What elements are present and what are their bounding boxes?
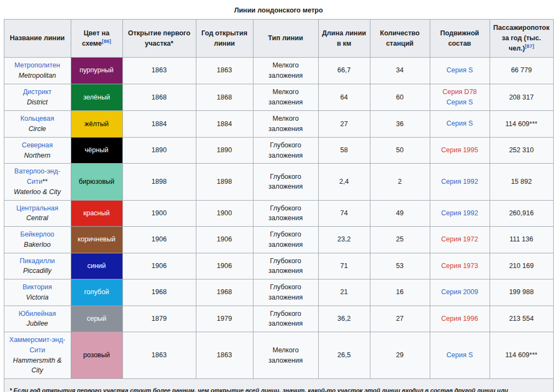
rolling-stock-link[interactable]: Серия S — [447, 120, 473, 127]
line-type-cell: Глубокого заложения — [253, 164, 318, 200]
line-name-english: Circle — [29, 125, 46, 133]
rolling-stock-link[interactable]: Серия 1972 — [441, 235, 478, 243]
line-opening-cell: 1906 — [196, 227, 253, 253]
line-name-link[interactable]: Бейкерлоо — [20, 231, 54, 238]
line-name-english: Hammersmith & City — [13, 357, 62, 375]
line-name-link[interactable]: Ватерлоо-энд-Сити — [14, 167, 60, 185]
line-color-swatch: жёлтый — [71, 111, 122, 138]
col-header-label: Длина линии в км — [322, 29, 366, 47]
line-color-swatch: коричневый — [71, 227, 122, 253]
line-color-swatch: серый — [71, 306, 122, 332]
rolling-stock-link[interactable]: Серия D78 — [442, 88, 476, 96]
header-row: Название линии Цвет на схеме[86] Открыти… — [4, 20, 553, 58]
line-name-cell: Кольцевая Circle — [4, 111, 71, 138]
col-header-label: Год открытия линии — [201, 29, 247, 47]
stations-count-cell: 27 — [370, 306, 430, 332]
reference-87-link[interactable]: [87] — [525, 43, 534, 49]
line-name-link[interactable]: Юбилейная — [18, 310, 56, 318]
line-color-swatch: чёрный — [71, 137, 122, 164]
line-opening-cell: 1906 — [196, 253, 253, 279]
line-type-cell: Мелкого заложения — [253, 84, 318, 111]
first-opening-cell: 1863 — [122, 58, 196, 84]
line-name-link[interactable]: Пикадилли — [20, 257, 55, 265]
line-opening-cell: 1863 — [196, 58, 253, 84]
length-km-cell: 66,7 — [318, 58, 370, 84]
line-color-swatch: бирюзовый — [71, 164, 122, 200]
col-header-line-type: Тип линии — [253, 20, 318, 58]
length-km-cell: 21 — [318, 279, 370, 306]
line-name-english: Central — [26, 214, 48, 222]
line-color-swatch: зелёный — [71, 84, 122, 111]
line-name-footnote-marker: ** — [42, 178, 48, 185]
col-header-first-opening: Открытие первого участка* — [122, 20, 196, 58]
stations-count-cell: 50 — [370, 137, 430, 164]
rolling-stock-link[interactable]: Серия 1973 — [441, 262, 478, 270]
rolling-stock-cell: Серия D78Серия S — [430, 84, 490, 111]
rolling-stock-cell: Серия 1972 — [430, 227, 490, 253]
passengers-cell: 210 169 — [490, 253, 553, 279]
line-name-english: Victoria — [26, 294, 48, 301]
rolling-stock-link[interactable]: Серия 2009 — [441, 288, 478, 296]
line-name-cell: Юбилейная Jubilee — [4, 306, 71, 332]
col-header-passengers: Пассажиропоток за год (тыс. чел.)[87] — [490, 20, 553, 58]
passengers-cell: 260,916 — [490, 200, 553, 227]
line-type-cell: Мелкого заложения — [253, 58, 318, 84]
first-opening-cell: 1879 — [122, 306, 196, 332]
line-name-link[interactable]: Хаммерсмит-энд-Сити — [9, 336, 65, 354]
rolling-stock-link[interactable]: Серия S — [447, 98, 473, 106]
rolling-stock-cell: Серия 1996 — [430, 306, 490, 332]
stations-count-cell: 53 — [370, 253, 430, 279]
line-name-link[interactable]: Виктория — [22, 283, 52, 291]
rolling-stock-cell: Серия 1992 — [430, 200, 490, 227]
rolling-stock-link[interactable]: Серия S — [447, 66, 473, 74]
table-row: Виктория Victoria голубой 1968 1968 Глуб… — [4, 279, 553, 306]
table-row: Метрополитен Metropolitan пурпурный 1863… — [4, 58, 553, 84]
passengers-cell: 213 554 — [490, 306, 553, 332]
passengers-cell: 114 609*** — [490, 111, 553, 138]
length-km-cell: 58 — [318, 137, 370, 164]
rolling-stock-link[interactable]: Серия S — [447, 351, 473, 359]
rolling-stock-link[interactable]: Серия 1992 — [441, 209, 478, 217]
line-opening-cell: 1900 — [196, 200, 253, 227]
col-header-line-name: Название линии — [4, 20, 71, 58]
line-name-link[interactable]: Дистрикт — [23, 88, 52, 96]
line-name-cell: Метрополитен Metropolitan — [4, 58, 71, 84]
passengers-cell: 199 988 — [490, 279, 553, 306]
line-opening-cell: 1968 — [196, 279, 253, 306]
line-color-swatch: голубой — [71, 279, 122, 306]
line-name-cell: Ватерлоо-энд-Сити** Waterloo & City — [4, 164, 71, 200]
table-row: Ватерлоо-энд-Сити** Waterloo & City бирю… — [4, 164, 553, 200]
stations-count-cell: 36 — [370, 111, 430, 138]
col-header-label: Количество станций — [380, 29, 420, 47]
line-name-cell: Бейкерлоо Bakerloo — [4, 227, 71, 253]
line-name-cell: Дистрикт District — [4, 84, 71, 111]
rolling-stock-link[interactable]: Серия 1992 — [441, 178, 478, 185]
reference-86-link[interactable]: [86] — [102, 38, 111, 43]
stations-count-cell: 49 — [370, 200, 430, 227]
first-opening-cell: 1900 — [122, 200, 196, 227]
stations-count-cell: 60 — [370, 84, 430, 111]
col-header-label: Тип линии — [268, 34, 303, 42]
passengers-cell: 66 779 — [490, 58, 553, 84]
stations-count-cell: 34 — [370, 58, 430, 84]
line-name-link[interactable]: Кольцевая — [21, 115, 54, 122]
line-opening-cell: 1979 — [196, 306, 253, 332]
metro-lines-table: Линии лондонского метро Название линии Ц… — [4, 0, 554, 392]
stations-count-cell: 29 — [370, 332, 430, 379]
table-row: Дистрикт District зелёный 1868 1868 Мелк… — [4, 84, 553, 111]
rolling-stock-link[interactable]: Серия 1995 — [441, 146, 478, 154]
line-name-link[interactable]: Центральная — [16, 204, 58, 212]
line-type-cell: Мелкого заложения — [253, 332, 318, 379]
line-name-english: Northern — [24, 152, 51, 159]
line-name-link[interactable]: Метрополитен — [15, 61, 60, 69]
line-name-cell: Пикадилли Piccadilly — [4, 253, 71, 279]
line-opening-cell: 1890 — [196, 137, 253, 164]
line-type-cell: Мелкого заложения — [253, 111, 318, 138]
line-name-link[interactable]: Северная — [22, 141, 53, 149]
first-opening-cell: 1890 — [122, 137, 196, 164]
rolling-stock-cell: Серия S — [430, 111, 490, 138]
length-km-cell: 74 — [318, 200, 370, 227]
wiki-table-page: Линии лондонского метро Название линии Ц… — [0, 0, 557, 392]
rolling-stock-link[interactable]: Серия 1996 — [441, 315, 478, 322]
table-row: Хаммерсмит-энд-Сити Hammersmith & City р… — [4, 332, 553, 379]
